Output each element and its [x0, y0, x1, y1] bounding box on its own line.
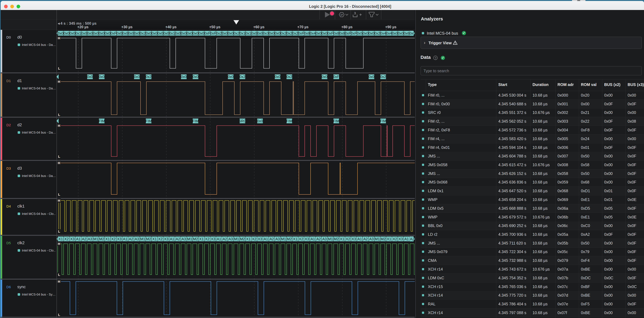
svg-text:0x0: 0x0 — [222, 31, 228, 35]
svg-text:M1: M1 — [281, 237, 286, 241]
svg-text:0x0: 0x0 — [116, 31, 122, 35]
svg-text:0x0: 0x0 — [398, 31, 404, 35]
svg-text:0x0: 0x0 — [362, 31, 368, 35]
svg-text:X2: X2 — [393, 237, 397, 241]
svg-text:0x4: 0x4 — [386, 31, 392, 35]
svg-text:M2: M2 — [99, 237, 104, 241]
svg-text:0x0: 0x0 — [409, 31, 415, 35]
svg-text:0x4: 0x4 — [380, 31, 386, 35]
svg-text:A1: A1 — [76, 237, 80, 241]
svg-text:M2: M2 — [146, 237, 151, 241]
svg-text:0x0: 0x0 — [322, 75, 328, 79]
svg-text:M2: M2 — [193, 237, 198, 241]
svg-text:0x0: 0x0 — [228, 75, 234, 79]
svg-text:H: H — [58, 36, 60, 40]
svg-text:0x1: 0x1 — [169, 31, 175, 35]
svg-text:0x0: 0x0 — [368, 31, 374, 35]
svg-text:H: H — [58, 280, 60, 284]
svg-text:X3: X3 — [398, 237, 403, 241]
svg-text:A3: A3 — [88, 237, 92, 241]
svg-text:0x0: 0x0 — [187, 31, 192, 35]
svg-text:+80 µs: +80 µs — [341, 25, 352, 29]
svg-text:M1: M1 — [328, 237, 333, 241]
svg-text:X1: X1 — [246, 237, 250, 241]
svg-text:M2: M2 — [287, 237, 292, 241]
svg-text:0x0: 0x0 — [175, 31, 181, 35]
svg-text:0x2: 0x2 — [146, 75, 152, 79]
svg-text:0x2: 0x2 — [280, 31, 286, 35]
svg-text:A2: A2 — [270, 237, 274, 241]
svg-text:0x1: 0x1 — [75, 31, 81, 35]
svg-text:0x2: 0x2 — [234, 31, 240, 35]
svg-text:A2: A2 — [176, 237, 180, 241]
svg-text:L: L — [58, 230, 60, 233]
svg-text:0x2: 0x2 — [240, 75, 245, 79]
svg-text:0x8: 0x8 — [304, 31, 310, 35]
svg-text:FIM: FIM — [192, 119, 199, 123]
svg-text:A1: A1 — [264, 237, 268, 241]
svg-text:0x0: 0x0 — [275, 31, 280, 35]
svg-text:0x0: 0x0 — [152, 31, 158, 35]
svg-text:X2: X2 — [299, 237, 303, 241]
svg-text:0x8: 0x8 — [334, 31, 339, 35]
svg-text:0x0: 0x0 — [368, 75, 374, 79]
svg-text:H: H — [58, 80, 60, 84]
svg-text:0x0: 0x0 — [275, 75, 280, 79]
svg-text:0x0: 0x0 — [228, 31, 234, 35]
svg-text:A1: A1 — [217, 237, 221, 241]
svg-text:0x0: 0x0 — [316, 31, 322, 35]
svg-text:L: L — [58, 193, 60, 196]
svg-text:A3: A3 — [322, 237, 327, 241]
svg-text:0x0: 0x0 — [105, 31, 110, 35]
svg-text:A2: A2 — [223, 237, 227, 241]
svg-text:0x2: 0x2 — [380, 75, 386, 79]
svg-text:X2: X2 — [111, 237, 116, 241]
svg-text:X3: X3 — [352, 237, 356, 241]
svg-text:A1: A1 — [170, 237, 174, 241]
svg-text:0x0: 0x0 — [134, 75, 140, 79]
svg-text:0x0: 0x0 — [158, 31, 163, 35]
svg-text:A2: A2 — [82, 237, 86, 241]
svg-text:0x0: 0x0 — [146, 31, 152, 35]
svg-text:0x0: 0x0 — [181, 31, 186, 35]
svg-text:0x2: 0x2 — [140, 31, 146, 35]
svg-text:M1: M1 — [234, 237, 239, 241]
svg-text:+60 µs: +60 µs — [253, 25, 264, 29]
svg-text:X2: X2 — [64, 237, 69, 241]
svg-text:A3: A3 — [182, 237, 186, 241]
svg-text:M1: M1 — [140, 237, 145, 241]
svg-text:A2: A2 — [410, 237, 414, 241]
svg-text:L: L — [58, 113, 60, 117]
svg-text:+90 µs: +90 µs — [385, 25, 396, 29]
svg-text:0x0: 0x0 — [192, 75, 198, 79]
svg-text:0x0: 0x0 — [99, 75, 105, 79]
svg-text:X3: X3 — [164, 237, 168, 241]
svg-text:0x0: 0x0 — [257, 31, 263, 35]
svg-text:0x0: 0x0 — [58, 31, 64, 35]
svg-text:0x0: 0x0 — [81, 31, 87, 35]
svg-text:0xF: 0xF — [110, 31, 116, 35]
svg-text:0x0: 0x0 — [392, 31, 398, 35]
svg-text:+20 µs: +20 µs — [77, 25, 88, 29]
svg-text:A1: A1 — [404, 237, 409, 241]
svg-text:0xF: 0xF — [298, 31, 304, 35]
svg-text:0x8: 0x8 — [339, 31, 345, 35]
svg-text:X3: X3 — [258, 237, 262, 241]
svg-text:0xF: 0xF — [351, 31, 357, 35]
svg-text:X3: X3 — [211, 237, 215, 241]
svg-text:H: H — [58, 124, 60, 128]
svg-text:0x0: 0x0 — [87, 75, 93, 79]
svg-text:0x0: 0x0 — [192, 31, 198, 35]
svg-text:L: L — [58, 273, 60, 277]
svg-text:X2: X2 — [158, 237, 162, 241]
svg-text:0x0: 0x0 — [163, 31, 169, 35]
svg-text:X3: X3 — [305, 237, 309, 241]
svg-text:0xF: 0xF — [204, 31, 210, 35]
svg-text:0x3: 0x3 — [263, 31, 269, 35]
svg-text:A2: A2 — [129, 237, 133, 241]
svg-text:+70 µs: +70 µs — [297, 25, 308, 29]
svg-text:X3: X3 — [117, 237, 122, 241]
svg-text:M2: M2 — [240, 237, 245, 241]
svg-text:FIM: FIM — [286, 119, 292, 123]
svg-text:A3: A3 — [276, 237, 280, 241]
